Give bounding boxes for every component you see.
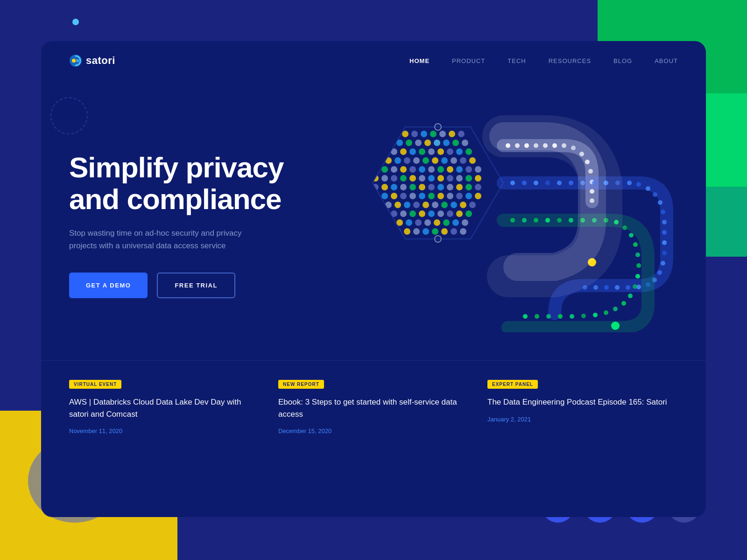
svg-point-7 (421, 131, 427, 137)
svg-point-35 (413, 157, 420, 164)
svg-point-2 (76, 59, 79, 62)
svg-point-79 (381, 193, 388, 199)
svg-point-197 (593, 313, 598, 317)
svg-point-16 (424, 140, 431, 146)
svg-point-202 (535, 314, 539, 319)
svg-point-39 (451, 157, 457, 164)
svg-point-75 (456, 184, 463, 190)
svg-point-179 (545, 218, 550, 223)
svg-point-51 (456, 166, 463, 173)
news-section: VIRTUAL EVENT AWS | Databricks Cloud Dat… (41, 360, 706, 453)
svg-point-98 (451, 202, 457, 208)
main-card: satori HOME PRODUCT TECH RESOURCES BLOG … (41, 41, 706, 517)
svg-point-127 (460, 228, 466, 235)
svg-point-47 (419, 166, 425, 173)
svg-point-106 (428, 210, 435, 217)
svg-point-170 (626, 285, 630, 290)
svg-point-173 (593, 285, 598, 290)
svg-point-11 (458, 131, 465, 137)
svg-point-118 (452, 219, 459, 226)
svg-point-86 (447, 193, 453, 199)
svg-point-172 (604, 285, 609, 290)
svg-point-64 (465, 175, 472, 182)
svg-point-199 (570, 314, 574, 319)
svg-point-61 (437, 175, 444, 182)
svg-point-160 (661, 210, 665, 214)
svg-point-107 (437, 210, 444, 217)
svg-point-80 (391, 193, 397, 199)
svg-point-122 (413, 228, 420, 235)
nav-about[interactable]: ABOUT (655, 57, 678, 64)
svg-point-156 (636, 182, 641, 187)
svg-point-87 (456, 193, 463, 199)
get-demo-button[interactable]: GET A DEMO (69, 273, 148, 298)
svg-point-149 (557, 181, 562, 185)
svg-point-178 (534, 218, 538, 223)
svg-point-46 (409, 166, 416, 173)
svg-point-121 (404, 228, 410, 235)
svg-point-53 (475, 166, 481, 173)
svg-point-115 (424, 219, 431, 226)
svg-point-49 (437, 166, 444, 173)
svg-point-187 (629, 233, 634, 238)
hero-section: Simplify privacy and compliance Stop was… (41, 80, 706, 360)
svg-point-164 (662, 251, 667, 255)
svg-point-19 (452, 140, 459, 146)
svg-point-20 (462, 140, 468, 146)
svg-point-45 (400, 166, 407, 173)
svg-point-111 (387, 219, 394, 226)
svg-point-50 (447, 166, 453, 173)
svg-point-158 (653, 192, 657, 197)
svg-point-60 (428, 175, 435, 182)
news-item-1: NEW REPORT Ebook: 3 Steps to get started… (278, 379, 469, 434)
nav-product[interactable]: PRODUCT (452, 57, 485, 64)
svg-point-190 (636, 263, 641, 268)
svg-point-26 (428, 148, 435, 155)
svg-point-57 (400, 175, 407, 182)
logo-text: satori (86, 55, 115, 67)
news-date-0: November 11, 2020 (69, 427, 260, 434)
svg-point-82 (409, 193, 416, 199)
svg-point-100 (469, 202, 476, 208)
svg-point-73 (437, 184, 444, 190)
hero-content: Simplify privacy and compliance Stop was… (69, 152, 303, 298)
nav-blog[interactable]: BLOG (613, 57, 632, 64)
svg-point-12 (387, 140, 394, 146)
svg-point-101 (381, 210, 388, 217)
svg-point-114 (415, 219, 422, 226)
svg-point-148 (545, 181, 550, 185)
svg-point-41 (469, 157, 476, 164)
svg-point-105 (419, 210, 425, 217)
svg-point-37 (432, 157, 438, 164)
nav-home[interactable]: HOME (409, 57, 430, 64)
nav-tech[interactable]: TECH (507, 57, 526, 64)
svg-point-83 (419, 193, 425, 199)
free-trial-button[interactable]: FREE TRIAL (157, 273, 235, 298)
svg-point-14 (406, 140, 412, 146)
nav-resources[interactable]: RESOURCES (549, 57, 591, 64)
svg-point-116 (434, 219, 440, 226)
svg-point-24 (409, 148, 416, 155)
news-title-1[interactable]: Ebook: 3 Steps to get started with self-… (278, 396, 469, 420)
svg-point-180 (557, 218, 562, 223)
svg-point-171 (615, 285, 620, 290)
svg-point-176 (510, 218, 515, 223)
svg-point-74 (447, 184, 453, 190)
svg-point-67 (381, 184, 388, 190)
svg-point-81 (400, 193, 407, 199)
news-title-2[interactable]: The Data Engineering Podcast Episode 165… (487, 396, 678, 408)
svg-point-65 (475, 175, 481, 182)
svg-point-34 (404, 157, 410, 164)
bg-blue-circle (72, 19, 79, 25)
svg-point-162 (662, 230, 667, 235)
svg-point-97 (441, 202, 448, 208)
logo[interactable]: satori (69, 54, 115, 67)
svg-point-92 (395, 202, 401, 208)
svg-point-193 (628, 294, 633, 298)
hero-svg: // This will be done via inline SVG dots (321, 108, 676, 332)
svg-point-31 (376, 157, 382, 164)
hero-graphic: // This will be done via inline SVG dots (321, 108, 678, 342)
svg-point-177 (522, 218, 527, 223)
svg-point-21 (381, 148, 388, 155)
news-title-0[interactable]: AWS | Databricks Cloud Data Lake Dev Day… (69, 396, 260, 420)
